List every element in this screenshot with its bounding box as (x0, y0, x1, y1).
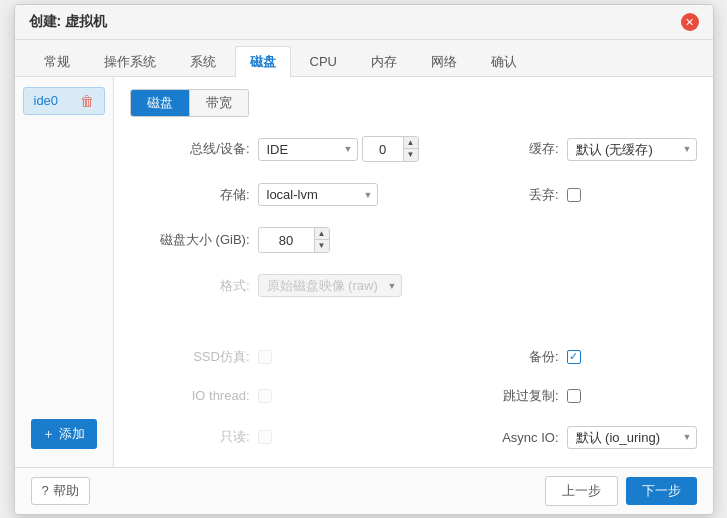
disk-size-input[interactable] (259, 230, 314, 251)
discard-checkbox[interactable] (567, 188, 581, 202)
cache-label: 缓存: (439, 140, 559, 158)
sub-tab-bar: 磁盘 带宽 (130, 89, 249, 117)
ssd-row: SSD仿真: (130, 342, 419, 371)
main-content: 磁盘 带宽 总线/设备: IDE ▼ (114, 77, 713, 467)
disk-size-spinner: ▲ ▼ (258, 227, 330, 253)
readonly-row: 只读: (130, 420, 419, 454)
io-thread-checkbox (258, 389, 272, 403)
disk-form: 总线/设备: IDE ▼ ▲ ▼ (130, 131, 697, 455)
disk-size-decrement-button[interactable]: ▼ (315, 240, 329, 252)
async-io-select-wrap: 默认 (io_uring) ▼ (567, 426, 697, 449)
cache-select-wrap: 默认 (无缓存) ▼ (567, 138, 697, 161)
sidebar-item-label: ide0 (34, 93, 59, 108)
dialog-title-text: 创建: 虚拟机 (29, 13, 108, 31)
tab-system[interactable]: 系统 (175, 46, 231, 77)
top-tab-nav: 常规 操作系统 系统 磁盘 CPU 内存 网络 确认 (15, 40, 713, 77)
ssd-label: SSD仿真: (130, 348, 250, 366)
create-vm-dialog: 创建: 虚拟机 ✕ 常规 操作系统 系统 磁盘 CPU 内存 网络 确认 ide… (14, 4, 714, 515)
readonly-label: 只读: (130, 428, 250, 446)
backup-row: 备份: ✓ (439, 342, 697, 371)
format-select-wrap: 原始磁盘映像 (raw) ▼ (258, 274, 402, 297)
footer-right-buttons: 上一步 下一步 (545, 476, 697, 506)
sub-tab-disk[interactable]: 磁盘 (131, 90, 190, 116)
add-disk-button[interactable]: ＋ 添加 (31, 419, 97, 449)
format-row: 格式: 原始磁盘映像 (raw) ▼ (130, 269, 419, 303)
device-spinner: ▲ ▼ (362, 136, 419, 162)
delete-icon[interactable]: 🗑 (80, 93, 94, 109)
format-select: 原始磁盘映像 (raw) (258, 274, 402, 297)
empty-cell-1 (439, 222, 697, 259)
storage-row: 存储: local-lvm ▼ (130, 178, 419, 212)
prev-button[interactable]: 上一步 (545, 476, 618, 506)
bus-device-controls: IDE ▼ ▲ ▼ (258, 136, 419, 162)
backup-checkbox-checked[interactable]: ✓ (567, 350, 581, 364)
bus-device-row: 总线/设备: IDE ▼ ▲ ▼ (130, 131, 419, 168)
empty-cell-2 (439, 269, 697, 303)
skip-replication-row: 跳过复制: (439, 381, 697, 410)
help-label: 帮助 (53, 482, 79, 500)
add-disk-label: 添加 (59, 425, 85, 443)
bus-select-wrap: IDE ▼ (258, 138, 358, 161)
disk-size-row: 磁盘大小 (GiB): ▲ ▼ (130, 222, 419, 259)
storage-label: 存储: (130, 186, 250, 204)
storage-select-wrap: local-lvm ▼ (258, 183, 378, 206)
backup-label: 备份: (439, 348, 559, 366)
add-btn-area: ＋ 添加 (23, 411, 105, 457)
ssd-checkbox (258, 350, 272, 364)
help-icon: ? (42, 483, 49, 498)
device-increment-button[interactable]: ▲ (404, 137, 418, 149)
sidebar-item-ide0[interactable]: ide0 🗑 (23, 87, 105, 115)
io-thread-row: IO thread: (130, 381, 419, 410)
async-io-row: Async IO: 默认 (io_uring) ▼ (439, 420, 697, 454)
add-plus-icon: ＋ (42, 425, 55, 443)
dialog-title-bar: 创建: 虚拟机 ✕ (15, 5, 713, 40)
cache-select[interactable]: 默认 (无缓存) (567, 138, 697, 161)
sub-tab-bandwidth[interactable]: 带宽 (190, 90, 248, 116)
readonly-checkbox (258, 430, 272, 444)
cache-row: 缓存: 默认 (无缓存) ▼ (439, 131, 697, 168)
io-thread-label: IO thread: (130, 388, 250, 403)
disk-size-increment-button[interactable]: ▲ (315, 228, 329, 240)
dialog-footer: ? 帮助 上一步 下一步 (15, 467, 713, 514)
discard-row: 丢弃: (439, 178, 697, 212)
device-spinner-buttons: ▲ ▼ (403, 137, 418, 161)
tab-disk[interactable]: 磁盘 (235, 46, 291, 77)
discard-label: 丢弃: (439, 186, 559, 204)
tab-os[interactable]: 操作系统 (89, 46, 171, 77)
storage-select[interactable]: local-lvm (258, 183, 378, 206)
skip-replication-checkbox[interactable] (567, 389, 581, 403)
tab-general[interactable]: 常规 (29, 46, 85, 77)
tab-memory[interactable]: 内存 (356, 46, 412, 77)
skip-replication-label: 跳过复制: (439, 387, 559, 405)
format-label: 格式: (130, 277, 250, 295)
device-value-input[interactable] (363, 139, 403, 160)
dialog-body: ide0 🗑 ＋ 添加 磁盘 带宽 总线/设备: (15, 77, 713, 467)
disk-size-label: 磁盘大小 (GiB): (130, 231, 250, 249)
tab-confirm[interactable]: 确认 (476, 46, 532, 77)
help-button[interactable]: ? 帮助 (31, 477, 90, 505)
disk-sidebar: ide0 🗑 ＋ 添加 (15, 77, 114, 467)
tab-network[interactable]: 网络 (416, 46, 472, 77)
close-button[interactable]: ✕ (681, 13, 699, 31)
async-io-select[interactable]: 默认 (io_uring) (567, 426, 697, 449)
disk-size-spinner-buttons: ▲ ▼ (314, 228, 329, 252)
divider (130, 313, 697, 321)
next-button[interactable]: 下一步 (626, 477, 697, 505)
device-decrement-button[interactable]: ▼ (404, 149, 418, 161)
async-io-label: Async IO: (439, 430, 559, 445)
tab-cpu[interactable]: CPU (295, 47, 352, 75)
bus-select[interactable]: IDE (258, 138, 358, 161)
bus-device-label: 总线/设备: (130, 140, 250, 158)
